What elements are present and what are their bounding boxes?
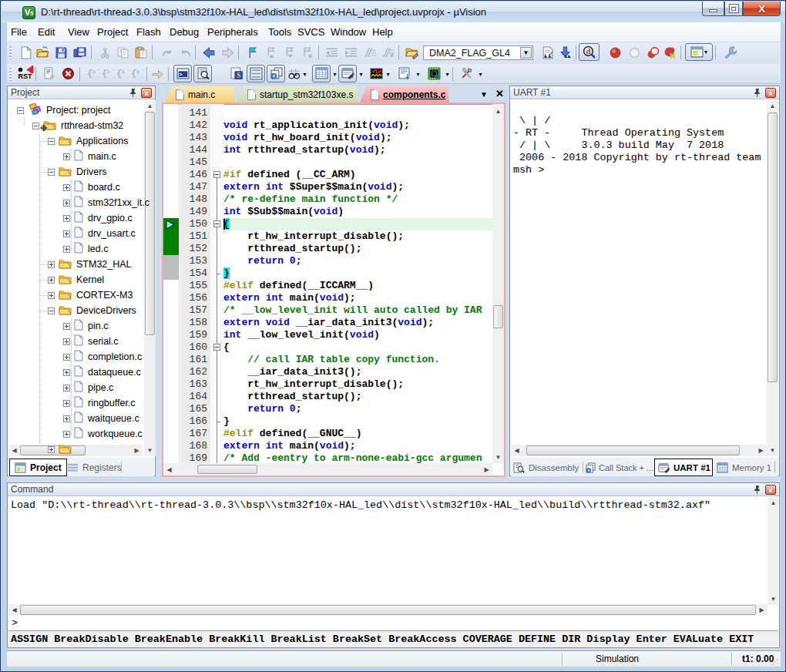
svg-text:>_: >_ — [179, 71, 186, 78]
svg-text:d: d — [586, 47, 590, 55]
svg-text:S: S — [237, 71, 240, 79]
